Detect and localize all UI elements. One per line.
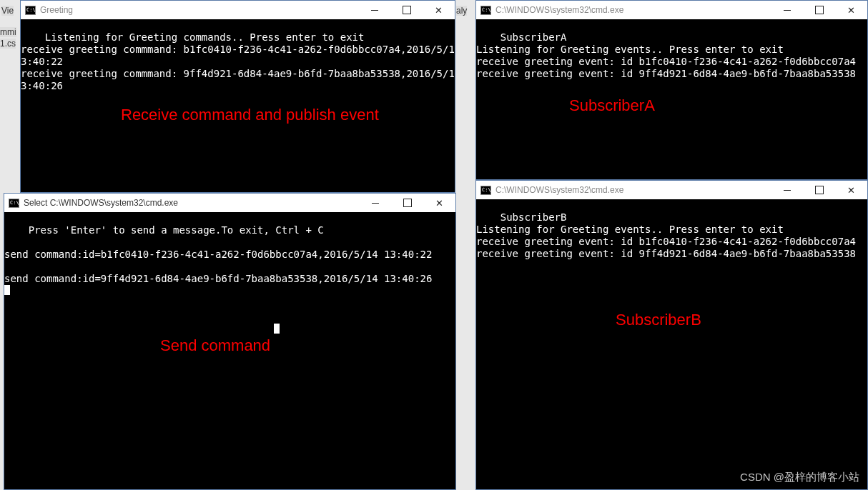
terminal-lines: SubscriberB Listening for Greeting event… — [476, 211, 856, 259]
close-button[interactable] — [423, 194, 455, 212]
terminal-lines: SubscriberA Listening for Greeting event… — [476, 31, 856, 79]
window-greeting: Greeting Listening for Greeting commands… — [20, 0, 455, 193]
window-controls — [359, 194, 455, 212]
minimize-button[interactable] — [771, 1, 803, 19]
annotation-send-command: Send command — [160, 339, 270, 351]
terminal-output[interactable]: Press 'Enter' to send a message.To exit,… — [4, 212, 455, 489]
minimize-button[interactable] — [359, 194, 391, 212]
cmd-icon — [9, 199, 19, 208]
window-controls — [771, 181, 867, 199]
titlebar-select-cmd[interactable]: Select C:\WINDOWS\system32\cmd.exe — [4, 194, 455, 212]
title-text: Select C:\WINDOWS\system32\cmd.exe — [24, 198, 355, 208]
terminal-lines: Listening for Greeting commands.. Press … — [21, 31, 455, 91]
terminal-output[interactable]: Listening for Greeting commands.. Press … — [21, 19, 455, 192]
bg-vs-fragment: mmi — [0, 27, 16, 37]
titlebar-greeting[interactable]: Greeting — [21, 1, 455, 19]
window-controls — [358, 1, 455, 19]
close-button[interactable] — [835, 181, 867, 199]
window-select-cmd: Select C:\WINDOWS\system32\cmd.exe Press… — [4, 193, 456, 490]
window-subscriber-b: C:\WINDOWS\system32\cmd.exe SubscriberB … — [475, 180, 868, 490]
cmd-icon — [25, 6, 36, 15]
maximize-button[interactable] — [390, 1, 423, 19]
bg-vs-fragment: Vie — [1, 6, 14, 16]
titlebar-subscriber-a[interactable]: C:\WINDOWS\system32\cmd.exe — [476, 1, 867, 19]
window-controls — [771, 1, 867, 19]
terminal-cursor — [4, 285, 10, 295]
title-text: Greeting — [40, 5, 354, 15]
maximize-button[interactable] — [803, 1, 835, 19]
titlebar-subscriber-b[interactable]: C:\WINDOWS\system32\cmd.exe — [476, 181, 867, 199]
terminal-output[interactable]: SubscriberA Listening for Greeting event… — [476, 19, 867, 179]
close-button[interactable] — [835, 1, 867, 19]
selection-cursor — [274, 324, 280, 334]
minimize-button[interactable] — [771, 181, 803, 199]
terminal-lines: Press 'Enter' to send a message.To exit,… — [4, 224, 432, 284]
annotation-receive-publish: Receive command and publish event — [121, 109, 379, 121]
minimize-button[interactable] — [358, 1, 390, 19]
annotation-subscriber-b: SubscriberB — [616, 314, 701, 326]
bg-vs-fragment: aly — [456, 6, 467, 16]
title-text: C:\WINDOWS\system32\cmd.exe — [495, 5, 766, 15]
maximize-button[interactable] — [391, 194, 423, 212]
window-subscriber-a: C:\WINDOWS\system32\cmd.exe SubscriberA … — [475, 0, 868, 180]
close-button[interactable] — [423, 1, 455, 19]
cmd-icon — [480, 6, 491, 15]
maximize-button[interactable] — [803, 181, 835, 199]
annotation-subscriber-a: SubscriberA — [569, 99, 655, 111]
bg-vs-fragment: 1.cs — [0, 39, 16, 49]
terminal-output[interactable]: SubscriberB Listening for Greeting event… — [476, 199, 867, 489]
cmd-icon — [480, 186, 491, 195]
title-text: C:\WINDOWS\system32\cmd.exe — [495, 185, 766, 195]
